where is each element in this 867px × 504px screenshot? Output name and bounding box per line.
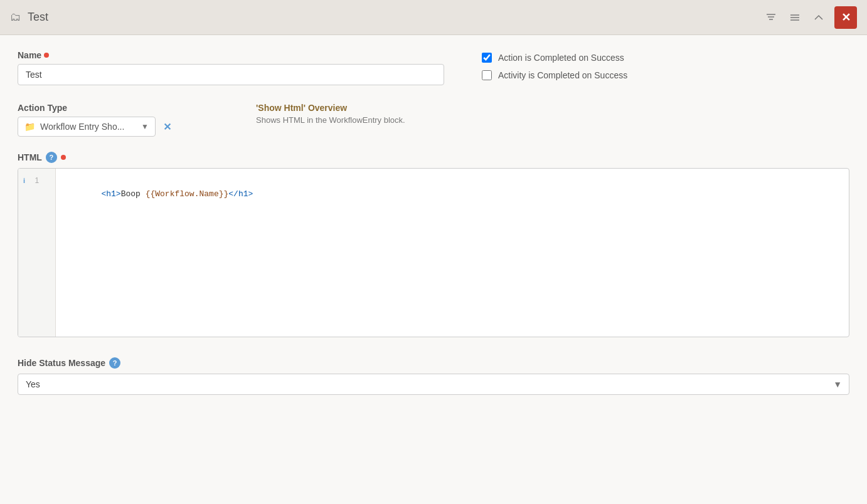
completion-checkboxes: Action is Completed on Success Activity … (482, 50, 627, 88)
action-type-row: Action Type 📁 Workflow Entry Sho... ▼ ✕ … (18, 103, 849, 137)
action-type-selected: Workflow Entry Sho... (40, 122, 136, 132)
header-left: 🗂 Test (10, 11, 48, 24)
action-type-clear-button[interactable]: ✕ (161, 120, 174, 134)
dropdown-arrow-icon: ▼ (141, 122, 149, 131)
close-icon: ✕ (841, 11, 851, 24)
name-row: Name Action is Completed on Success Acti… (18, 50, 849, 88)
activity-completed-checkbox[interactable] (482, 70, 492, 80)
html-help-icon[interactable]: ? (46, 152, 57, 163)
gutter-info-icon: i (23, 177, 25, 184)
action-type-dropdown-wrapper: 📁 Workflow Entry Sho... ▼ ✕ (18, 117, 218, 137)
overview-title: 'Show Html' Overview (256, 103, 849, 113)
hide-status-label: Hide Status Message ? (18, 357, 849, 369)
code-bracket-open: {{ (146, 189, 156, 199)
filter-button[interactable] (763, 9, 779, 26)
html-code-editor[interactable]: <h1>Boop {{Workflow.Name}}</h1> (56, 169, 849, 337)
hide-status-select-wrapper: Yes No ▼ (18, 374, 849, 395)
line-number-1: 1 (29, 176, 39, 185)
name-label: Name (18, 50, 444, 60)
code-tag-open: <h1> (101, 189, 120, 199)
code-text: Boop (121, 189, 146, 199)
hide-status-section: Hide Status Message ? Yes No ▼ (18, 357, 849, 395)
activity-completed-row: Activity is Completed on Success (482, 70, 627, 80)
code-bracket-close: }} (219, 189, 229, 199)
chevron-up-icon (813, 12, 824, 23)
name-group: Name (18, 50, 444, 85)
clear-icon: ✕ (163, 122, 171, 132)
menu-button[interactable] (787, 9, 803, 26)
collapse-button[interactable] (811, 9, 827, 26)
activity-completed-label: Activity is Completed on Success (498, 70, 627, 80)
folder-icon: 🗂 (10, 11, 21, 24)
action-type-group: Action Type 📁 Workflow Entry Sho... ▼ ✕ (18, 103, 218, 137)
menu-icon (789, 12, 801, 23)
action-completed-checkbox[interactable] (482, 53, 492, 63)
hide-status-select[interactable]: Yes No (18, 374, 849, 395)
action-type-label: Action Type (18, 103, 218, 113)
dialog-title: Test (28, 11, 48, 24)
action-type-dropdown[interactable]: 📁 Workflow Entry Sho... ▼ (18, 117, 156, 137)
hide-status-help-icon[interactable]: ? (109, 357, 120, 369)
html-required-indicator (61, 155, 66, 160)
code-tag-close: </h1> (228, 189, 253, 199)
folder-icon: 📁 (24, 122, 35, 132)
overview-description: Shows HTML in the WorkflowEntry block. (256, 115, 849, 125)
required-indicator (44, 53, 49, 58)
filter-icon (765, 12, 777, 23)
action-completed-label: Action is Completed on Success (498, 53, 624, 63)
code-variable: Workflow.Name (155, 189, 218, 199)
gutter-row-1: i 1 (18, 174, 55, 187)
overview-group: 'Show Html' Overview Shows HTML in the W… (256, 103, 849, 125)
html-label: HTML ? (18, 152, 849, 163)
action-completed-row: Action is Completed on Success (482, 53, 627, 63)
close-button[interactable]: ✕ (834, 6, 857, 29)
dialog-header: 🗂 Test ✕ (0, 0, 867, 35)
code-editor: i 1 <h1>Boop {{Workflow.Name}}</h1> (18, 168, 849, 337)
header-controls: ✕ (763, 6, 857, 29)
html-section: HTML ? i 1 <h1>Boop {{Workflow.Name}}</h… (18, 152, 849, 337)
code-gutter: i 1 (18, 169, 56, 337)
dialog-body: Name Action is Completed on Success Acti… (0, 35, 867, 504)
name-input[interactable] (18, 64, 444, 85)
